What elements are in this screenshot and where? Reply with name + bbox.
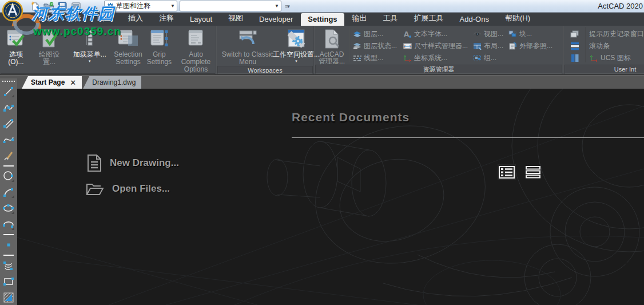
tab-view[interactable]: 视图 — [220, 11, 251, 26]
panel-explorer: ActCAD 管理器... 图层... 图层状态... 线型... — [315, 26, 563, 74]
dropdown-arrow-icon[interactable]: ▾ — [89, 59, 91, 64]
helix-tool-icon[interactable] — [1, 258, 16, 273]
group-icon — [472, 54, 482, 62]
new-drawing-label: New Drawing... — [110, 157, 179, 169]
xref-icon — [508, 42, 517, 50]
tab-addons[interactable]: Add-Ons — [452, 13, 497, 26]
panel-label-explorer[interactable]: 资源管理器 — [315, 65, 562, 74]
tab-insert[interactable]: 插入 — [120, 11, 151, 26]
tab-help[interactable]: 帮助(H) — [497, 11, 538, 26]
open-files-button[interactable]: Open Files... — [86, 181, 170, 196]
point-tool-icon[interactable] — [1, 237, 16, 252]
item-dim-style-manager[interactable]: 尺寸样式管理器... — [403, 40, 472, 52]
item-views[interactable]: 视图... — [472, 28, 508, 40]
workspace-settings-button[interactable]: 工作空间设置... ▾ — [280, 27, 313, 64]
text-font-icon: A — [403, 30, 412, 38]
tab-annotate[interactable]: 注释 — [151, 11, 182, 26]
toolbar-separator — [3, 234, 14, 235]
tab-start-page[interactable]: Start Page ✕ — [22, 76, 82, 89]
scrollbars-toggle-button[interactable] — [570, 40, 579, 52]
hatch-tool-icon[interactable] — [1, 290, 16, 305]
item-text-fonts[interactable]: A 文本字体... — [403, 28, 472, 40]
view-toggle-group — [498, 164, 542, 180]
panels-toggle-button[interactable] — [570, 52, 579, 64]
workspace-selector[interactable]: 草图和注释 ▼ — [104, 1, 177, 11]
auto-complete-options-button[interactable]: Auto Complete Options — [176, 27, 216, 73]
qat-overflow-icon[interactable]: ≡▾ — [285, 3, 289, 9]
details-view-icon — [498, 165, 515, 180]
ucs-axes-icon — [589, 54, 598, 62]
tab-layout[interactable]: Layout — [182, 13, 220, 26]
line-tool-icon[interactable] — [1, 84, 16, 99]
layout-icon — [472, 42, 482, 50]
heading-divider — [292, 137, 644, 138]
tab-developer[interactable]: Developer — [251, 13, 301, 26]
tab-output[interactable]: 输出 — [344, 11, 375, 26]
tab-settings[interactable]: Settings — [301, 13, 344, 26]
close-icon[interactable]: ✕ — [70, 78, 76, 87]
drawing1-tab-label: Drawing1.dwg — [92, 78, 136, 86]
tab-express-tools[interactable]: 扩展工具 — [406, 11, 452, 26]
item-empty — [508, 52, 563, 64]
window-title: ActCAD 2020 — [598, 2, 643, 10]
panel-label-customization[interactable]: Customization — [1, 73, 215, 74]
panel-label-workspaces[interactable]: Workspaces — [217, 66, 313, 74]
rectangle-tool-icon[interactable] — [1, 274, 16, 289]
recent-documents-heading: Recent Documents — [292, 110, 410, 124]
item-divider — [585, 27, 586, 62]
actcad-manager-button[interactable]: ActCAD 管理器... — [317, 27, 347, 65]
panels-icon — [570, 54, 579, 62]
item-layouts[interactable]: 布局... — [472, 40, 508, 52]
panel-user-interface: 提示历史记录窗口 滚动条 UCS 图标 User Int — [564, 26, 644, 74]
item-xref[interactable]: 外部参照... — [508, 40, 563, 52]
open-files-icon — [86, 181, 104, 196]
switch-classic-menu-button[interactable]: Switch to Classic Menu — [221, 27, 274, 66]
double-line-tool-icon[interactable] — [1, 116, 16, 131]
sketch-tool-icon[interactable] — [1, 148, 16, 163]
new-drawing-button[interactable]: New Drawing... — [87, 154, 179, 172]
item-ucs-icon-toggle[interactable]: UCS 图标 — [589, 52, 644, 64]
details-view-button[interactable] — [498, 164, 516, 180]
list-view-button[interactable] — [524, 164, 542, 180]
panel-label-user-interface[interactable]: User Int — [565, 65, 644, 74]
actcad-logo[interactable] — [1, 0, 24, 23]
tab-drawing1[interactable]: Drawing1.dwg — [83, 76, 141, 89]
item-prompt-history-window[interactable]: 提示历史记录窗口 — [589, 28, 644, 40]
panel-workspaces: Switch to Classic Menu 工作空间设置... ▾ Works… — [217, 26, 313, 74]
arc-tool-icon[interactable] — [1, 185, 16, 200]
windows-stack-button[interactable] — [570, 28, 579, 40]
ellipse-tool-icon[interactable] — [1, 201, 16, 216]
linetype-icon — [352, 54, 361, 62]
command-combobox[interactable]: ▼ — [180, 1, 281, 11]
item-scrollbars[interactable]: 滚动条 — [589, 40, 644, 52]
dropdown-arrow-icon[interactable]: ▾ — [295, 59, 297, 64]
coordinate-system-icon — [403, 54, 412, 62]
grip-settings-button[interactable]: Grip Settings — [147, 27, 172, 66]
workspace-selector-value: 草图和注释 — [116, 1, 150, 11]
workspace-settings-icon — [285, 27, 307, 50]
circle-tool-icon[interactable] — [1, 169, 16, 184]
switch-classic-menu-icon — [236, 27, 259, 50]
item-layer-states[interactable]: 图层状态... — [352, 40, 403, 52]
item-divider — [349, 27, 350, 62]
chevron-down-icon: ▼ — [170, 3, 175, 9]
item-layers[interactable]: 图层... — [352, 28, 403, 40]
polyline-tool-icon[interactable] — [1, 100, 16, 115]
ellipse-arc-tool-icon[interactable] — [1, 217, 16, 232]
new-drawing-icon — [87, 154, 102, 172]
spline-tool-icon[interactable] — [1, 132, 16, 147]
item-coordinate-system[interactable]: 坐标系统... — [403, 52, 472, 64]
svg-text:A: A — [404, 30, 410, 38]
document-tab-bar: Start Page ✕ Drawing1.dwg — [0, 75, 644, 89]
item-groups[interactable]: 组... — [472, 52, 508, 64]
toolbar-drag-handle[interactable] — [2, 81, 15, 82]
item-blocks[interactable]: 块... — [508, 28, 563, 40]
watermark-site-url: www.pc0359.cn — [33, 25, 121, 38]
scrollbars-icon — [570, 42, 579, 50]
draw-toolbar — [0, 78, 17, 305]
tab-tools[interactable]: 工具 — [375, 11, 406, 26]
chevron-down-icon: ▼ — [275, 3, 279, 9]
layer-states-icon — [352, 42, 361, 50]
item-linetype[interactable]: 线型... — [352, 52, 403, 64]
toolbar-separator — [3, 165, 14, 167]
